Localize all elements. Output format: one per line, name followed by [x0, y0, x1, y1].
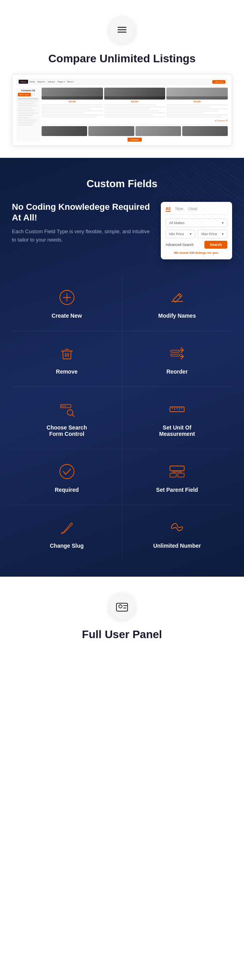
sf-price-row: Min Price ▾ Max Price ▾ — [166, 230, 227, 238]
mock-spec-row19 — [166, 112, 203, 113]
required-icon — [57, 461, 77, 482]
sf-min-price[interactable]: Min Price ▾ — [166, 230, 195, 238]
required-label: Required — [55, 487, 79, 493]
svg-rect-15 — [171, 354, 179, 356]
svg-point-37 — [119, 605, 122, 608]
sf-advanced-label[interactable]: Advanced Search — [166, 243, 194, 247]
sf-found-count: 330 — [189, 251, 194, 255]
mock-car-img2 — [104, 88, 166, 100]
reorder-icon — [167, 343, 187, 364]
svg-line-7 — [178, 295, 181, 297]
mock-logo: Vehica — [19, 80, 28, 84]
edit-pen-icon — [58, 519, 76, 536]
mock-nav-pages: Pages ▾ — [57, 81, 65, 83]
hamburger-icon-wrap — [108, 16, 136, 44]
mock-car2: $19,000 — [104, 88, 166, 103]
mock-car3: $14,000 — [166, 88, 228, 103]
sf-makes-arrow: ▾ — [222, 221, 224, 225]
sf-search-button[interactable]: Search — [204, 241, 227, 249]
create-new-icon — [57, 287, 77, 308]
user-panel-icon-wrap — [108, 593, 136, 620]
svg-rect-14 — [171, 350, 179, 352]
mock-bottom-car3 — [135, 126, 181, 136]
mock-compare-btn-label: Compare — [128, 138, 142, 142]
mock-spec-row9 — [104, 106, 166, 107]
mock-row11 — [18, 122, 34, 123]
mock-nav-items: Home Search ▾ Listing ▾ Pages ▾ More ▾ — [30, 81, 211, 83]
svg-line-21 — [72, 414, 74, 416]
compare-title-bold: Unlimited Listings — [99, 52, 196, 65]
mock-car-img1 — [42, 88, 103, 100]
mock-car-images: $22,000 $19,000 $14,000 — [42, 88, 228, 103]
mock-car-img3 — [166, 88, 228, 100]
feature-change-slug: Change Slug — [12, 505, 122, 561]
sf-tabs: All New Used — [166, 207, 227, 215]
mock-spec-row12 — [104, 112, 166, 113]
svg-point-28 — [60, 464, 74, 479]
parent-field-icon — [167, 461, 187, 482]
mock-nav-search: Search ▾ — [37, 81, 45, 83]
ruler-icon — [168, 401, 186, 418]
mock-spec-row13 — [104, 114, 153, 115]
mock-compare-area: Compare (4) Add to search ‹ › — [16, 88, 228, 142]
custom-fields-title: Custom Fields — [12, 178, 232, 190]
unit-measurement-icon — [167, 399, 187, 420]
sf-min-arrow: ▾ — [190, 232, 192, 236]
choose-search-form-control-label: Choose SearchForm Control — [47, 424, 87, 437]
mock-spec-row2 — [42, 106, 103, 107]
change-slug-icon — [57, 517, 77, 538]
infinity-icon — [168, 519, 186, 536]
feature-create-new: Create New — [12, 275, 122, 331]
cf-desc: Each Custom Field Type is very flexible,… — [12, 228, 153, 244]
mock-compare-count-label: ⊕ Compare (4) — [42, 119, 228, 122]
mock-spec-rows — [42, 104, 228, 118]
user-panel-title-bold: User Panel — [105, 628, 162, 641]
feature-required: Required — [12, 449, 122, 505]
mock-row6 — [18, 110, 35, 111]
mock-spec-row3 — [42, 108, 91, 109]
mock-spec-col2 — [104, 104, 166, 118]
mock-row2 — [18, 100, 38, 102]
mock-spec-row6 — [42, 114, 103, 115]
mock-price2: $19,000 — [104, 100, 166, 103]
sf-makes-select[interactable]: All Makes ▾ — [166, 219, 227, 227]
mock-add-listing-btn: + Add Listing — [212, 80, 225, 84]
mock-car1: $22,000 — [42, 88, 103, 103]
set-parent-field-label: Set Parent Field — [156, 487, 198, 493]
sf-tab-all[interactable]: All — [166, 207, 171, 212]
feature-unlimited-number: Unlimited Number — [122, 505, 232, 561]
svg-rect-29 — [170, 466, 184, 471]
parent-field-boxes-icon — [168, 463, 186, 480]
feature-choose-search-form-control: Choose SearchForm Control — [12, 387, 122, 449]
reorder-arrows-icon — [168, 345, 186, 362]
user-panel-title-normal: Full — [82, 628, 105, 641]
check-circle-icon — [58, 463, 76, 480]
cf-right: All New Used All Makes ▾ Min Price ▾ Max… — [161, 202, 232, 259]
mock-spec-col3 — [166, 104, 228, 118]
remove-icon — [57, 343, 77, 364]
mock-add-search-btn: Add to search — [18, 93, 31, 96]
mock-row8 — [18, 115, 33, 116]
mock-bottom-car2 — [88, 126, 134, 136]
sf-min-label: Min Price — [169, 232, 184, 236]
mock-row4 — [18, 105, 36, 107]
sf-max-price[interactable]: Max Price ▾ — [198, 230, 227, 238]
hamburger-icon — [116, 24, 128, 35]
remove-label: Remove — [56, 368, 77, 375]
mock-spec-row20 — [166, 114, 228, 115]
sf-tab-used[interactable]: Used — [188, 207, 197, 212]
edit-icon — [168, 289, 186, 306]
mock-price3: $14,000 — [166, 100, 228, 103]
unlimited-number-icon — [167, 517, 187, 538]
change-slug-label: Change Slug — [50, 543, 84, 549]
compare-title-normal: Compare — [48, 52, 99, 65]
mock-spec-row1 — [42, 104, 103, 105]
sf-tab-new[interactable]: New — [175, 207, 183, 212]
mock-nav-home: Home — [30, 81, 35, 83]
sf-makes-label: All Makes — [169, 221, 185, 225]
feature-set-unit-of-measurement: Set Unit OfMeasurement — [122, 387, 232, 449]
mock-spec-row10 — [104, 108, 150, 109]
compare-screenshot-mock: Vehica Home Search ▾ Listing ▾ Pages ▾ M… — [12, 74, 232, 146]
cf-content: No Coding Knowledege Required At All! Ea… — [12, 202, 232, 259]
mock-spec-row21 — [166, 116, 221, 117]
